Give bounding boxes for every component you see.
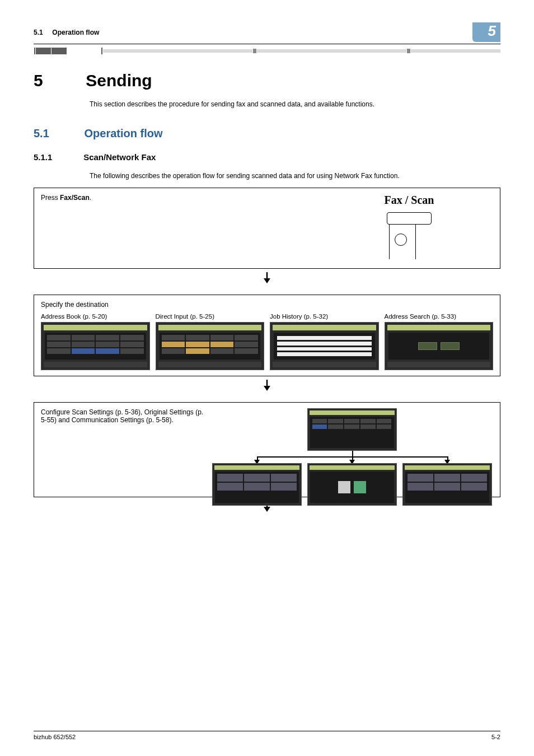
header-section-title: Operation flow [52,29,99,36]
step1-bold: Fax/Scan [60,194,90,202]
footer-model: bizhub 652/552 [34,734,76,740]
fax-scan-button-graphic [387,212,432,263]
section-heading: 5.1 Operation flow [34,127,500,140]
step-box-specify-destination: Specify the destination Address Book (p.… [34,295,500,376]
panel-label: Address Search (p. 5-33) [385,313,494,320]
screenshot-direct-input [156,322,265,370]
arrow-down-icon [34,272,500,287]
section-title: Operation flow [85,127,163,139]
panel-label: Address Book (p. 5-20) [41,313,150,320]
panel-address-book: Address Book (p. 5-20) [41,313,150,370]
panel-address-search: Address Search (p. 5-33) [385,313,494,370]
step3-text: Configure Scan Settings (p. 5-36), Origi… [41,408,207,424]
screenshot-address-book [41,322,150,370]
subsection-number: 5.1.1 [34,152,81,162]
screenshot-communication-settings [402,463,492,506]
chapter-heading: 5 Sending [34,71,500,90]
step-box-configure-settings: Configure Scan Settings (p. 5-36), Origi… [34,402,500,497]
step1-instruction: Press Fax/Scan. [41,194,91,202]
step1-post: . [90,194,91,202]
step-box-press-fax-scan: Press Fax/Scan. Fax / Scan [34,188,500,269]
panel-label: Job History (p. 5-32) [270,313,379,320]
svg-marker-5 [264,507,270,512]
decorative-bar [34,48,500,54]
footer-page-number: 5-2 [491,734,500,740]
header-section-number: 5.1 [34,29,43,36]
page-footer: bizhub 652/552 5-2 [34,731,500,740]
step2-heading: Specify the destination [41,301,493,309]
screenshot-scan-settings [212,463,302,506]
chapter-title: Sending [86,71,152,90]
chapter-intro: This section describes the procedure for… [90,100,500,108]
chapter-tab: 5 [472,22,500,42]
screenshot-address-search [385,322,494,370]
screenshot-original-settings [307,463,397,506]
panel-direct-input: Direct Input (p. 5-25) [156,313,265,370]
svg-marker-1 [264,278,270,283]
step3-diagram [218,408,494,424]
subsection-heading: 5.1.1 Scan/Network Fax [34,152,500,162]
section-number: 5.1 [34,127,81,140]
arrow-down-icon [34,380,500,394]
chapter-number: 5 [34,71,81,90]
svg-marker-3 [264,386,270,391]
fax-scan-button-label: Fax / Scan [348,194,471,207]
screenshot-job-history [270,322,379,370]
step1-pre: Press [41,194,60,202]
subsection-title: Scan/Network Fax [83,152,156,162]
panel-label: Direct Input (p. 5-25) [156,313,265,320]
screenshot-scan-main [307,408,397,451]
page-header: 5.1 Operation flow 5 [34,22,500,44]
panel-job-history: Job History (p. 5-32) [270,313,379,370]
subsection-intro: The following describes the operation fl… [90,172,500,180]
